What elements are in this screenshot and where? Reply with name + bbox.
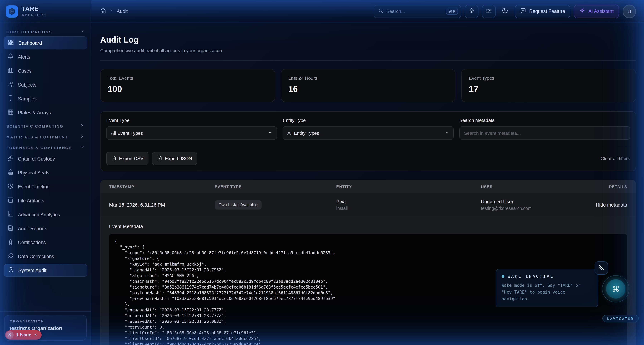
mic-button[interactable]	[465, 4, 478, 18]
section-core-operations[interactable]: CORE OPERATIONS	[4, 26, 87, 36]
users-icon	[8, 81, 14, 88]
navigator-label: NAVIGATOR	[602, 315, 639, 323]
voice-navigator-button[interactable]: ⌘	[602, 275, 629, 303]
sidebar-item-samples[interactable]: Samples	[4, 92, 87, 105]
sidebar-item-label: Audit Reports	[18, 226, 47, 231]
column-header-entity: ENTITY	[336, 184, 481, 189]
sidebar-item-label: Dashboard	[18, 40, 42, 45]
mic-muted-button[interactable]	[595, 261, 608, 275]
global-search[interactable]: ⌘ K	[374, 4, 461, 18]
organization-panel: ORGANIZATION testing's Organization N 1 …	[0, 311, 91, 345]
request-feature-label: Request Feature	[529, 8, 565, 14]
sidebar-item-event-timeline[interactable]: Event Timeline	[4, 180, 87, 193]
entity-type-select[interactable]: All Entity Types	[283, 126, 454, 140]
wake-status-body: Wake mode is off. Say "TARE" or "Hey TAR…	[502, 282, 592, 303]
topbar-controls: ⌘ K Request Feature	[374, 4, 636, 18]
export-csv-button[interactable]: Export CSV	[106, 152, 148, 165]
sidebar-item-certifications[interactable]: Certifications	[4, 236, 87, 249]
filter-divider	[106, 146, 630, 146]
stamp-icon	[8, 169, 14, 176]
wake-status-title: WAKE INACTIVE	[508, 274, 554, 279]
sidebar-item-label: Certifications	[18, 240, 46, 245]
table-header-row: TIMESTAMP EVENT TYPE ENTITY USER DETAILS	[100, 180, 636, 193]
sidebar-item-label: System Audit	[18, 268, 46, 273]
sidebar-item-file-artifacts[interactable]: File Artifacts	[4, 194, 87, 207]
section-scientific-computing[interactable]: SCIENTIFIC COMPUTING	[4, 120, 87, 131]
sidebar-item-label: Subjects	[18, 82, 36, 87]
app-window: TARE APERTURE CORE OPERATIONS Dashboard …	[0, 0, 644, 345]
table-row[interactable]: Mar 15, 2026, 6:31:26 PM Pwa Install Ava…	[100, 193, 636, 217]
event-type-select[interactable]: All Event Types	[106, 126, 277, 140]
stat-value: 16	[288, 84, 448, 94]
file-chart-icon	[8, 225, 14, 232]
entity-action: install	[336, 206, 481, 211]
column-header-event-type: EVENT TYPE	[215, 184, 336, 189]
chevron-down-icon	[80, 29, 84, 34]
section-forensics-compliance[interactable]: FORENSICS & COMPLIANCE	[4, 142, 87, 152]
sidebar-item-dashboard[interactable]: Dashboard	[4, 36, 87, 49]
navigator-inner-circle: ⌘	[606, 279, 626, 299]
stat-card-total-events: Total Events 100	[100, 69, 275, 102]
award-icon	[8, 239, 14, 246]
topbar: Audit ⌘ K	[91, 0, 644, 23]
home-icon[interactable]	[100, 8, 106, 15]
stat-label: Event Types	[469, 75, 628, 81]
command-icon: ⌘	[612, 284, 620, 293]
grid-icon	[8, 109, 14, 116]
breadcrumb-current[interactable]: Audit	[117, 8, 128, 14]
sidebar-item-data-corrections[interactable]: Data Corrections	[4, 250, 87, 263]
user-name: Unnamed User	[481, 199, 574, 204]
search-input[interactable]	[386, 8, 443, 14]
sidebar-item-cases[interactable]: Cases	[4, 64, 87, 77]
dark-mode-toggle[interactable]	[499, 4, 511, 18]
issue-badge[interactable]: N 1 Issue	[5, 330, 42, 340]
entity-name: Pwa	[336, 199, 481, 204]
chevron-down-icon	[80, 145, 84, 150]
app-logo-icon	[6, 5, 18, 17]
sidebar-item-label: Advanced Analytics	[18, 212, 60, 217]
section-label: MATERIALS & EQUIPMENT	[6, 135, 68, 139]
sidebar-item-system-audit[interactable]: System Audit	[4, 264, 87, 277]
chevron-right-icon	[80, 123, 84, 129]
test-tube-icon	[8, 95, 14, 102]
dashboard-icon	[8, 39, 14, 46]
ai-assistant-button[interactable]: AI Assistant	[574, 4, 619, 18]
organization-card[interactable]: ORGANIZATION testing's Organization N 1 …	[4, 315, 86, 341]
sidebar-item-subjects[interactable]: Subjects	[4, 78, 87, 91]
sparkles-icon	[580, 8, 585, 15]
sidebar-item-label: File Artifacts	[18, 198, 44, 203]
metadata-search-input[interactable]	[459, 126, 630, 140]
user-avatar[interactable]: U	[622, 4, 636, 18]
sidebar-item-advanced-analytics[interactable]: Advanced Analytics	[4, 208, 87, 221]
sidebar-item-plates-arrays[interactable]: Plates & Arrays	[4, 106, 87, 119]
sidebar-item-label: Samples	[18, 96, 37, 101]
event-type-value: All Event Types	[111, 130, 143, 136]
sidebar-item-alerts[interactable]: Alerts	[4, 50, 87, 63]
request-feature-button[interactable]: Request Feature	[515, 4, 570, 18]
section-materials-equipment[interactable]: MATERIALS & EQUIPMENT	[4, 131, 87, 142]
section-label: FORENSICS & COMPLIANCE	[6, 145, 72, 150]
user-email: testing@tkoresearch.com	[481, 206, 574, 211]
sidebar-nav: CORE OPERATIONS Dashboard Alerts Cases	[0, 23, 91, 311]
page-title: Audit Log	[100, 35, 636, 45]
hide-metadata-link[interactable]: Hide metadata	[574, 202, 627, 208]
clear-filters-link[interactable]: Clear all filters	[600, 156, 630, 161]
ai-assistant-label: AI Assistant	[588, 8, 614, 14]
mic-off-icon	[598, 264, 604, 272]
preferences-button[interactable]	[482, 4, 496, 18]
sidebar-item-chain-of-custody[interactable]: Chain of Custody	[4, 152, 87, 165]
export-json-label: Export JSON	[165, 156, 192, 161]
sidebar-item-physical-seals[interactable]: Physical Seals	[4, 166, 87, 179]
sidebar-item-audit-reports[interactable]: Audit Reports	[4, 222, 87, 235]
brand-logo[interactable]: TARE APERTURE	[0, 0, 91, 23]
stat-label: Last 24 Hours	[288, 75, 448, 81]
chevron-down-icon	[444, 130, 449, 136]
archive-icon	[8, 197, 14, 204]
link-icon	[8, 155, 14, 162]
eraser-icon	[8, 253, 14, 260]
event-type-label: Event Type	[106, 118, 277, 123]
sidebar-item-label: Plates & Arrays	[18, 110, 51, 115]
stat-label: Total Events	[108, 75, 268, 81]
close-icon[interactable]	[34, 332, 38, 338]
export-json-button[interactable]: Export JSON	[152, 152, 197, 165]
